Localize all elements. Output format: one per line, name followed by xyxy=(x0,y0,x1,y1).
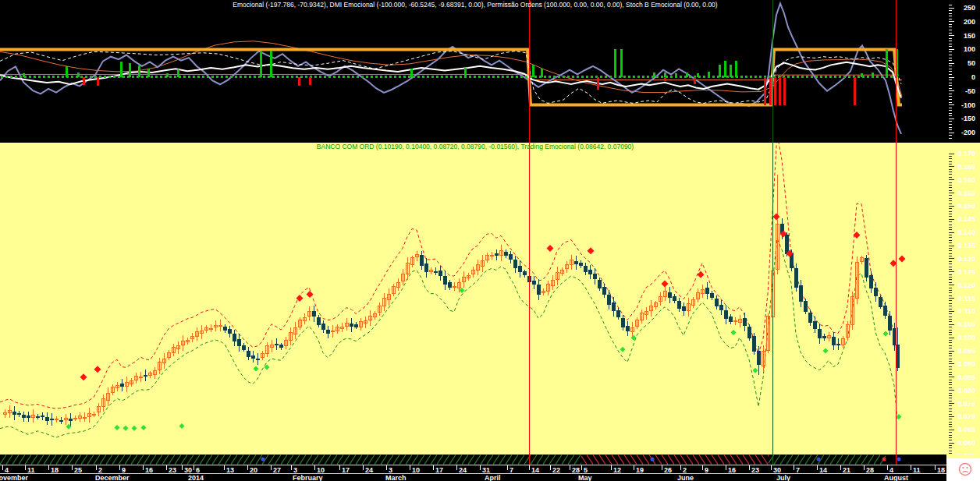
svg-text:0.095: 0.095 xyxy=(957,347,975,355)
svg-text:13: 13 xyxy=(226,466,234,474)
svg-text:9: 9 xyxy=(705,466,708,474)
svg-text:23: 23 xyxy=(751,466,759,474)
svg-text:24: 24 xyxy=(459,466,467,474)
svg-text:50: 50 xyxy=(968,59,975,67)
svg-text:200: 200 xyxy=(964,18,975,26)
trade-event-marker xyxy=(261,458,265,462)
trade-event-marker xyxy=(817,458,821,462)
svg-text:-150: -150 xyxy=(961,115,975,122)
svg-text:0.165: 0.165 xyxy=(957,163,975,171)
svg-text:0.145: 0.145 xyxy=(957,215,975,223)
svg-text:9: 9 xyxy=(122,466,126,474)
indicator-panel[interactable]: 250200150100500-50-100-150-200 Emocional… xyxy=(0,0,980,143)
svg-text:-200: -200 xyxy=(961,129,975,136)
svg-text:12: 12 xyxy=(613,466,621,474)
svg-text:31: 31 xyxy=(482,466,490,474)
svg-text:4: 4 xyxy=(889,466,893,474)
trade-event-marker xyxy=(882,458,886,462)
svg-text:0.135: 0.135 xyxy=(957,242,975,249)
svg-text:0.160: 0.160 xyxy=(957,176,975,184)
svg-text:May: May xyxy=(578,474,592,481)
svg-text:0.080: 0.080 xyxy=(957,387,975,394)
svg-text:0.110: 0.110 xyxy=(958,307,975,315)
trading-terminal-window: 250200150100500-50-100-150-200 Emocional… xyxy=(0,0,980,481)
svg-text:2: 2 xyxy=(683,466,687,474)
svg-text:19: 19 xyxy=(636,466,644,474)
trend-band-up xyxy=(0,454,581,465)
svg-text:2014: 2014 xyxy=(188,474,204,481)
svg-text:0.085: 0.085 xyxy=(957,373,975,381)
svg-text:16: 16 xyxy=(145,466,153,474)
trade-event-marker xyxy=(897,458,901,462)
svg-text:3: 3 xyxy=(293,466,297,474)
svg-text:August: August xyxy=(884,474,908,481)
svg-text:30: 30 xyxy=(773,466,781,474)
trend-band-up xyxy=(769,454,886,465)
trade-event-marker xyxy=(651,458,655,462)
svg-text:0.155: 0.155 xyxy=(957,189,975,197)
svg-text:24: 24 xyxy=(365,466,373,474)
time-axis[interactable]: 4111825291623306132027310172431017243171… xyxy=(0,454,980,481)
svg-text:14: 14 xyxy=(531,466,539,474)
svg-text:0.105: 0.105 xyxy=(957,320,975,328)
svg-text:7: 7 xyxy=(796,466,800,474)
svg-text:4: 4 xyxy=(5,466,9,474)
svg-text:20: 20 xyxy=(250,466,257,474)
svg-text:June: June xyxy=(677,474,694,481)
svg-text:December: December xyxy=(95,474,130,481)
svg-text:10: 10 xyxy=(317,466,325,474)
svg-text:7: 7 xyxy=(510,466,513,474)
svg-text:0.065: 0.065 xyxy=(957,426,975,433)
svg-text:30: 30 xyxy=(184,466,192,474)
indicator-chart-surface[interactable]: 250200150100500-50-100-150-200 xyxy=(0,0,980,143)
svg-text:17: 17 xyxy=(435,466,443,474)
svg-text:27: 27 xyxy=(273,466,281,474)
svg-text:-100: -100 xyxy=(961,101,975,109)
svg-text:November: November xyxy=(0,474,29,481)
svg-text:0.120: 0.120 xyxy=(957,281,975,289)
price-chart-surface[interactable]: 0.1700.1650.1600.1550.1500.1450.1400.135… xyxy=(0,143,980,454)
svg-text:25: 25 xyxy=(74,466,82,474)
svg-text:0: 0 xyxy=(971,73,975,81)
svg-text:July: July xyxy=(776,474,790,481)
svg-text:18: 18 xyxy=(51,466,59,474)
svg-text:April: April xyxy=(485,474,501,481)
svg-text:250: 250 xyxy=(964,4,975,12)
trend-direction-band xyxy=(0,454,901,465)
svg-text:0.115: 0.115 xyxy=(958,295,975,302)
svg-text:5: 5 xyxy=(584,466,588,474)
svg-text:0.070: 0.070 xyxy=(957,412,975,420)
svg-text:March: March xyxy=(385,474,407,481)
svg-text:0.075: 0.075 xyxy=(957,400,975,408)
svg-text:11: 11 xyxy=(27,466,35,474)
price-chart-panel[interactable]: 0.1700.1650.1600.1550.1500.1450.1400.135… xyxy=(0,143,980,454)
svg-text:100: 100 xyxy=(964,45,975,53)
svg-text:0.170: 0.170 xyxy=(957,150,975,157)
trend-band-down xyxy=(581,454,769,465)
svg-text:-50: -50 xyxy=(965,87,975,95)
svg-text:28: 28 xyxy=(572,466,580,474)
svg-text:150: 150 xyxy=(964,32,975,40)
svg-text:16: 16 xyxy=(728,466,736,474)
time-axis-surface[interactable]: 4111825291623306132027310172431017243171… xyxy=(0,454,980,481)
svg-text:23: 23 xyxy=(169,466,176,474)
svg-text:21: 21 xyxy=(843,466,850,474)
svg-text:14: 14 xyxy=(819,466,827,474)
svg-text:0.090: 0.090 xyxy=(957,360,975,368)
svg-text:18: 18 xyxy=(937,466,945,474)
svg-text:0.060: 0.060 xyxy=(957,439,975,447)
svg-text:22: 22 xyxy=(552,466,560,474)
svg-text:0.130: 0.130 xyxy=(957,255,975,263)
svg-text:26: 26 xyxy=(664,466,672,474)
svg-text:0.125: 0.125 xyxy=(957,268,975,276)
svg-text:0.140: 0.140 xyxy=(957,228,975,236)
svg-text:6: 6 xyxy=(196,466,200,474)
svg-text:0.100: 0.100 xyxy=(957,334,975,341)
svg-text:3: 3 xyxy=(389,466,392,474)
svg-text:2: 2 xyxy=(98,466,102,474)
svg-text:11: 11 xyxy=(913,466,921,474)
svg-text:28: 28 xyxy=(866,466,874,474)
svg-text:17: 17 xyxy=(342,466,350,474)
svg-text:10: 10 xyxy=(412,466,420,474)
svg-text:0.150: 0.150 xyxy=(957,202,975,210)
